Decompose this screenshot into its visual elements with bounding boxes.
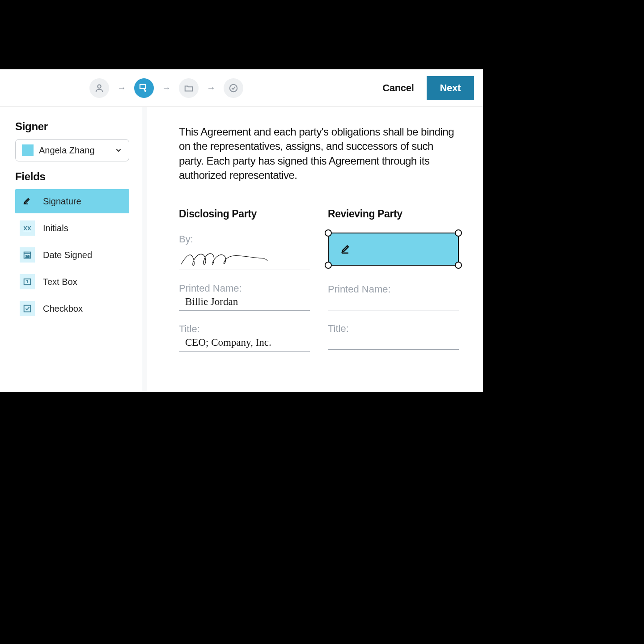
field-label: Signature: [43, 196, 81, 207]
arrow-icon: →: [162, 83, 171, 93]
title-label: Title:: [328, 323, 459, 335]
svg-text:24: 24: [25, 254, 30, 258]
field-label: Text Box: [43, 277, 77, 287]
step-1-signer[interactable]: [89, 78, 109, 98]
field-checkbox[interactable]: Checkbox: [15, 297, 129, 321]
signature-line: [179, 247, 310, 270]
disclosing-party: Disclosing Party By: Printed Name: Billi…: [179, 208, 310, 352]
title-value: CEO; Company, Inc.: [179, 337, 310, 351]
handwritten-signature: [179, 248, 268, 270]
fields-list: Signature XX Initials 24 Date Signed: [15, 189, 129, 321]
resize-handle-tl[interactable]: [325, 229, 332, 237]
field-signature[interactable]: Signature: [15, 189, 129, 213]
document-canvas[interactable]: This Agreement and each party's obligati…: [147, 107, 483, 392]
signature-parties: Disclosing Party By: Printed Name: Billi…: [179, 208, 459, 352]
chevron-down-icon: [114, 146, 123, 154]
signer-color-swatch: [22, 144, 34, 156]
resize-handle-br[interactable]: [455, 262, 462, 269]
printed-name-label: Printed Name:: [179, 283, 310, 294]
title-label: Title:: [179, 323, 310, 335]
step-2-fields[interactable]: [134, 78, 154, 98]
printed-name-value: Billie Jordan: [179, 296, 310, 310]
svg-point-0: [97, 85, 101, 88]
next-button[interactable]: Next: [427, 76, 475, 100]
field-date-signed[interactable]: 24 Date Signed: [15, 243, 129, 267]
cancel-button[interactable]: Cancel: [382, 82, 414, 94]
signature-icon: [339, 242, 353, 256]
svg-rect-1: [140, 85, 145, 89]
checkbox-icon: [20, 301, 35, 316]
signature-icon: [20, 194, 35, 209]
arrow-icon: →: [207, 83, 216, 93]
reviewing-party: Revieving Party Printed Name: Title:: [328, 208, 459, 352]
svg-point-2: [230, 84, 237, 92]
field-label: Initials: [43, 223, 68, 233]
svg-rect-6: [24, 305, 31, 312]
step-3-folder[interactable]: [179, 78, 199, 98]
signer-section-title: Signer: [15, 120, 129, 133]
by-label: By:: [179, 233, 310, 245]
signer-selected-name: Angela Zhang: [39, 145, 109, 156]
app-frame: → → → Cancel Next Signer Angela Zhang: [0, 69, 483, 392]
arrow-icon: →: [117, 83, 126, 93]
signer-dropdown[interactable]: Angela Zhang: [15, 139, 129, 161]
wizard-header: → → → Cancel Next: [0, 69, 483, 107]
printed-name-label: Printed Name:: [328, 284, 459, 295]
field-initials[interactable]: XX Initials: [15, 216, 129, 240]
resize-handle-tr[interactable]: [455, 229, 462, 237]
initials-icon: XX: [20, 220, 35, 236]
textbox-icon: [20, 274, 35, 289]
agreement-paragraph: This Agreement and each party's obligati…: [179, 125, 459, 183]
party-heading: Disclosing Party: [179, 208, 310, 220]
step-4-done[interactable]: [224, 78, 243, 98]
resize-handle-bl[interactable]: [325, 262, 332, 269]
field-label: Date Signed: [43, 250, 92, 260]
placed-signature-field[interactable]: [328, 233, 459, 266]
field-text-box[interactable]: Text Box: [15, 270, 129, 294]
calendar-icon: 24: [20, 247, 35, 263]
step-indicator: → → →: [89, 78, 243, 98]
editor-body: Signer Angela Zhang Fields Signature XX …: [0, 107, 483, 392]
fields-section-title: Fields: [15, 170, 129, 183]
left-sidebar: Signer Angela Zhang Fields Signature XX …: [0, 107, 142, 392]
field-label: Checkbox: [43, 304, 83, 314]
party-heading: Revieving Party: [328, 208, 459, 220]
